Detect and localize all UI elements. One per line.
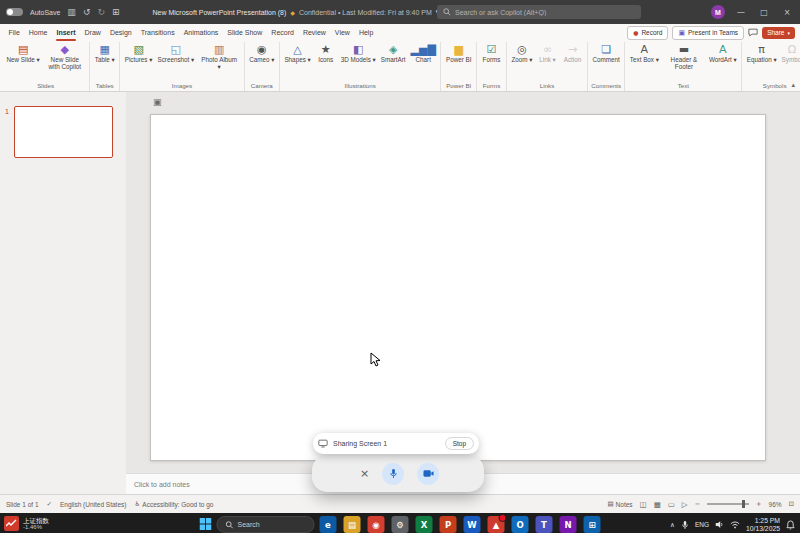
photo-album-button[interactable]: ▥Photo Album ▾: [197, 43, 241, 71]
accessibility-status[interactable]: ♿ Accessibility: Good to go: [134, 500, 213, 508]
taskbar-app-chrome[interactable]: ◉: [368, 516, 385, 533]
3d-models-icon: ◧: [353, 44, 363, 56]
avatar[interactable]: M: [711, 5, 725, 19]
tab-slide-show[interactable]: Slide Show: [223, 24, 267, 41]
tab-insert[interactable]: Insert: [52, 24, 80, 41]
tab-help[interactable]: Help: [354, 24, 377, 41]
zoom-out-button[interactable]: −: [695, 500, 700, 508]
stock-widget-icon: [4, 516, 19, 531]
taskbar-app-powerpoint[interactable]: P: [440, 516, 457, 533]
tab-animations[interactable]: Animations: [179, 24, 223, 41]
sharing-camera-button[interactable]: [417, 463, 439, 485]
shapes-button[interactable]: △Shapes ▾: [282, 43, 312, 64]
spellcheck-icon[interactable]: ✓: [47, 500, 52, 508]
taskbar-app-word[interactable]: W: [464, 516, 481, 533]
slideshow-button[interactable]: ▷: [682, 500, 688, 509]
cameo-button[interactable]: ◉Cameo ▾: [247, 43, 276, 64]
tab-file[interactable]: File: [4, 24, 24, 41]
power-bi-button[interactable]: ▆Power BI: [444, 43, 474, 64]
slide-thumbnail[interactable]: [14, 106, 113, 158]
slide-sorter-view-button[interactable]: ▦: [654, 500, 661, 509]
language-indicator[interactable]: English (United States): [60, 501, 126, 508]
taskbar-app-outlook[interactable]: O: [512, 516, 529, 533]
taskbar-widget[interactable]: 上证指数 -1.46%: [4, 516, 49, 531]
taskbar-app-onenote[interactable]: N: [560, 516, 577, 533]
quick-access-icon[interactable]: ⊞: [112, 7, 120, 17]
taskbar-app-stocks[interactable]: ▲: [488, 516, 505, 533]
table-button[interactable]: ▦Table ▾: [93, 43, 117, 64]
undo-icon[interactable]: ↺: [83, 7, 91, 17]
monitor-icon: [318, 439, 328, 448]
pictures-button[interactable]: ▧Pictures ▾: [123, 43, 155, 64]
equation-button[interactable]: πEquation ▾: [745, 43, 779, 64]
taskbar-app-store[interactable]: ⊞: [584, 516, 601, 533]
edge-icon: e: [325, 520, 331, 530]
tab-record[interactable]: Record: [267, 24, 299, 41]
normal-view-button[interactable]: ◫: [640, 500, 647, 509]
wifi-icon[interactable]: [730, 521, 740, 529]
new-slide-button[interactable]: ▤New Slide ▾: [5, 43, 42, 64]
taskbar-app-teams[interactable]: T: [536, 516, 553, 533]
present-in-teams-button[interactable]: ▣ Present in Teams: [672, 26, 744, 40]
header-footer-button[interactable]: ▬Header & Footer: [662, 43, 706, 71]
tab-design[interactable]: Design: [105, 24, 136, 41]
taskbar-app-file-explorer[interactable]: ▤: [344, 516, 361, 533]
slide-canvas[interactable]: [150, 114, 766, 461]
stocks-icon: ▲: [493, 520, 500, 530]
tab-home[interactable]: Home: [24, 24, 52, 41]
fit-slide-button[interactable]: ⊡: [789, 500, 794, 508]
zoom-slider[interactable]: [707, 503, 749, 505]
taskbar-app-settings[interactable]: ⚙: [392, 516, 409, 533]
taskbar-app-excel[interactable]: X: [416, 516, 433, 533]
slide-tools-icon[interactable]: ▣: [153, 97, 162, 107]
taskbar-app-edge[interactable]: e: [320, 516, 337, 533]
tray-chevron-icon[interactable]: ∧: [670, 521, 675, 529]
smartart-icon: ◈: [389, 44, 397, 56]
notes-toggle-button[interactable]: ▤ Notes: [607, 500, 632, 508]
chart-button[interactable]: ▂▅▇Chart: [409, 43, 438, 64]
text-box-button[interactable]: AText Box ▾: [628, 43, 661, 64]
volume-icon[interactable]: [715, 520, 724, 529]
wordart-button[interactable]: AWordArt ▾: [707, 43, 739, 64]
stop-sharing-button[interactable]: Stop: [445, 437, 474, 450]
close-sharing-button[interactable]: ×: [360, 468, 369, 479]
button-label: WordArt ▾: [709, 56, 737, 63]
tab-transitions[interactable]: Transitions: [136, 24, 179, 41]
3d-models-button[interactable]: ◧3D Models ▾: [339, 43, 378, 64]
sharing-mic-button[interactable]: [382, 463, 404, 485]
screenshot-button[interactable]: ◱Screenshot ▾: [155, 43, 196, 64]
zoom-level[interactable]: 96%: [769, 501, 782, 508]
forms-button[interactable]: ☑Forms: [480, 43, 504, 64]
tab-review[interactable]: Review: [298, 24, 330, 41]
tab-view[interactable]: View: [330, 24, 354, 41]
reading-view-button[interactable]: ▭: [668, 500, 675, 509]
equation-icon: π: [758, 44, 765, 56]
zoom-slider-thumb[interactable]: [742, 500, 745, 508]
button-label: Action: [564, 56, 582, 63]
autosave-toggle[interactable]: [6, 8, 23, 16]
maximize-button[interactable]: □: [757, 8, 771, 17]
copilot-search-input[interactable]: [437, 5, 641, 19]
collapse-ribbon-button[interactable]: ▴: [791, 81, 795, 89]
close-button[interactable]: ×: [780, 8, 794, 17]
share-button[interactable]: Share ▾: [762, 27, 795, 39]
record-button[interactable]: ● Record: [627, 26, 668, 40]
taskbar-search[interactable]: Search: [217, 516, 315, 533]
tab-draw[interactable]: Draw: [80, 24, 105, 41]
slide-indicator[interactable]: Slide 1 of 1: [6, 501, 39, 508]
tray-clock[interactable]: 1:25 PM 10/13/2025: [746, 517, 780, 533]
zoom-button[interactable]: ◎Zoom ▾: [510, 43, 535, 64]
mic-icon[interactable]: [681, 520, 689, 530]
icons-button[interactable]: ★Icons: [314, 43, 338, 64]
language-switcher[interactable]: ENG: [695, 521, 709, 528]
start-button[interactable]: [200, 516, 212, 533]
save-icon[interactable]: ▥: [67, 7, 76, 17]
comment-button[interactable]: ❏Comment: [591, 43, 622, 64]
new-slide-with-copilot-button[interactable]: ◆New Slide with Copilot: [43, 43, 87, 71]
comments-button[interactable]: [748, 28, 758, 38]
button-label: Comment: [593, 56, 620, 63]
zoom-in-button[interactable]: +: [756, 500, 761, 508]
smartart-button[interactable]: ◈SmartArt: [379, 43, 408, 64]
notification-bell-icon[interactable]: [786, 520, 795, 530]
minimize-button[interactable]: —: [734, 8, 748, 17]
